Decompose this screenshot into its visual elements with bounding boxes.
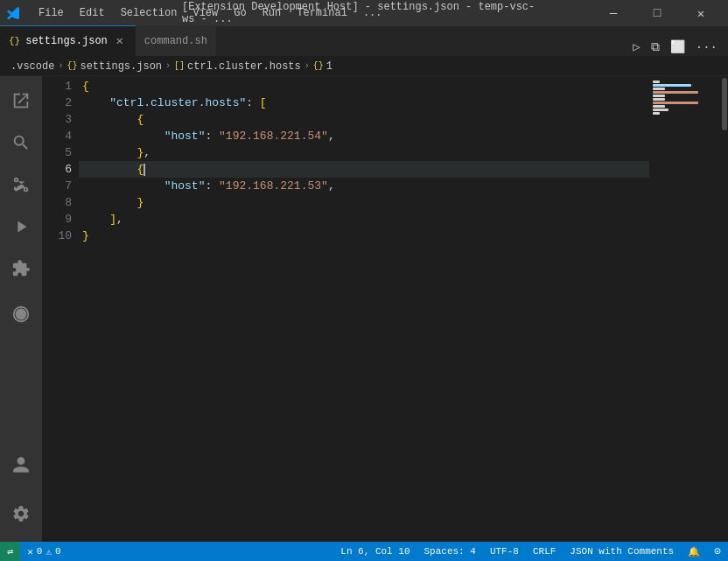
- status-spaces[interactable]: Spaces: 4: [417, 542, 483, 561]
- line-numbers: 1 2 3 4 5 6 7 8 9 10: [42, 76, 79, 542]
- line-num-2: 2: [42, 95, 72, 111]
- status-line-col[interactable]: Ln 6, Col 10: [333, 542, 416, 561]
- activity-run[interactable]: [0, 206, 42, 248]
- close-button[interactable]: ✕: [681, 0, 721, 26]
- notifications-icon: ⊙: [714, 544, 721, 558]
- minimap-line: [653, 91, 698, 94]
- minimap-line: [653, 98, 665, 101]
- code-content[interactable]: { "ctrl.cluster.hosts": [ { "host": "192…: [79, 76, 649, 542]
- tab-bar-actions: ▷ ⧉ ⬜ ···: [629, 38, 728, 56]
- activity-remote[interactable]: [0, 293, 42, 335]
- breadcrumb-settings-label: settings.json: [80, 60, 162, 73]
- breadcrumb-vscode-label: .vscode: [10, 60, 54, 73]
- minimap-line: [653, 105, 665, 108]
- minimize-button[interactable]: —: [593, 0, 634, 26]
- error-count: 0: [37, 546, 43, 557]
- run-icon[interactable]: ▷: [629, 38, 643, 56]
- tab-icon: {}: [9, 36, 20, 46]
- status-right: Ln 6, Col 10 Spaces: 4 UTF-8 CRLF JSON w…: [333, 542, 728, 561]
- title-bar: File Edit Selection View Go Run Terminal…: [0, 0, 728, 26]
- breadcrumb-hosts-label: ctrl.cluster.hosts: [187, 60, 301, 73]
- line-num-10: 10: [42, 228, 72, 244]
- text-cursor: [144, 164, 145, 176]
- minimap-line: [653, 81, 660, 83]
- window-title: [Extension Development Host] - settings.…: [182, 1, 546, 25]
- minimap-line: [653, 112, 660, 115]
- minimap: [649, 76, 721, 542]
- activity-settings[interactable]: [0, 493, 42, 535]
- menu-edit[interactable]: Edit: [73, 5, 112, 21]
- maximize-button[interactable]: □: [637, 0, 677, 26]
- toggle-panel-icon[interactable]: ⬜: [667, 38, 689, 56]
- tab-close-icon[interactable]: ✕: [113, 34, 127, 48]
- menu-selection[interactable]: Selection: [114, 5, 185, 21]
- activity-accounts[interactable]: [0, 444, 42, 486]
- status-line-ending[interactable]: CRLF: [526, 542, 563, 561]
- warning-icon: ⚠: [46, 546, 52, 557]
- code-line-1: {: [79, 78, 649, 95]
- breadcrumb-sep-3: ›: [304, 61, 310, 71]
- menu-file[interactable]: File: [32, 5, 71, 21]
- breadcrumb-index-label: 1: [326, 60, 332, 73]
- line-col-label: Ln 6, Col 10: [340, 546, 410, 557]
- minimap-line: [653, 84, 691, 87]
- code-line-7: "host": "192.168.221.53",: [79, 178, 649, 194]
- line-num-9: 9: [42, 211, 72, 228]
- vscode-logo-icon: [7, 6, 21, 20]
- minimap-line: [653, 102, 698, 104]
- editor[interactable]: 1 2 3 4 5 6 7 8 9 10 { "ctrl.cluster.h: [42, 76, 728, 542]
- tab-settings-json[interactable]: {} settings.json ✕: [0, 25, 136, 56]
- breadcrumb-hosts[interactable]: [] ctrl.cluster.hosts: [174, 60, 301, 73]
- spaces-label: Spaces: 4: [424, 546, 476, 557]
- breadcrumb-sep-2: ›: [165, 61, 171, 71]
- line-ending-label: CRLF: [533, 546, 556, 557]
- language-label: JSON with Comments: [570, 546, 674, 557]
- activity-explorer[interactable]: [0, 80, 42, 122]
- main-area: 1 2 3 4 5 6 7 8 9 10 { "ctrl.cluster.h: [0, 76, 728, 542]
- status-language[interactable]: JSON with Comments: [563, 542, 681, 561]
- breadcrumb-settings[interactable]: {} settings.json: [66, 60, 162, 73]
- tab-label: command.sh: [144, 35, 207, 47]
- line-num-1: 1: [42, 78, 72, 95]
- status-encoding[interactable]: UTF-8: [483, 542, 526, 561]
- warning-count: 0: [55, 546, 61, 557]
- code-line-5: },: [79, 144, 649, 161]
- code-line-4: "host": "192.168.221.54",: [79, 128, 649, 144]
- scrollbar-thumb[interactable]: [722, 78, 727, 130]
- line-num-3: 3: [42, 111, 72, 128]
- minimap-line: [653, 88, 665, 90]
- line-num-5: 5: [42, 144, 72, 161]
- code-line-10: }: [79, 228, 649, 244]
- tab-command-sh[interactable]: command.sh: [136, 25, 216, 56]
- more-actions-icon[interactable]: ···: [692, 39, 721, 56]
- breadcrumb-sep-1: ›: [58, 61, 63, 71]
- status-remote[interactable]: ⇌: [0, 542, 20, 561]
- code-line-8: }: [79, 194, 649, 211]
- status-errors[interactable]: ✕ 0 ⚠ 0: [20, 542, 67, 561]
- status-feedback[interactable]: 🔔: [681, 542, 707, 561]
- status-left: ⇌ ✕ 0 ⚠ 0: [0, 542, 68, 561]
- status-bar: ⇌ ✕ 0 ⚠ 0 Ln 6, Col 10 Spaces: 4 UTF-8 C…: [0, 542, 728, 561]
- code-area: 1 2 3 4 5 6 7 8 9 10 { "ctrl.cluster.h: [42, 76, 728, 542]
- breadcrumb-index[interactable]: {} 1: [313, 60, 332, 73]
- breadcrumb-hosts-icon: []: [174, 61, 185, 71]
- breadcrumb: .vscode › {} settings.json › [] ctrl.clu…: [0, 57, 728, 76]
- line-num-6: 6: [42, 161, 72, 178]
- code-line-6: {: [79, 161, 649, 178]
- breadcrumb-vscode[interactable]: .vscode: [10, 60, 54, 73]
- activity-search[interactable]: [0, 122, 42, 164]
- activity-extensions[interactable]: [0, 248, 42, 290]
- activity-source-control[interactable]: [0, 164, 42, 206]
- title-bar-right: — □ ✕: [593, 0, 721, 26]
- split-editor-icon[interactable]: ⧉: [648, 39, 663, 56]
- line-num-4: 4: [42, 128, 72, 144]
- error-icon: ✕: [27, 546, 33, 557]
- code-line-9: ],: [79, 211, 649, 228]
- vertical-scrollbar[interactable]: [721, 76, 728, 542]
- line-num-8: 8: [42, 194, 72, 211]
- tab-bar: {} settings.json ✕ command.sh ▷ ⧉ ⬜ ···: [0, 26, 728, 57]
- code-line-2: "ctrl.cluster.hosts": [: [79, 95, 649, 111]
- code-line-3: {: [79, 111, 649, 128]
- status-notifications[interactable]: ⊙: [707, 542, 728, 561]
- minimap-line: [653, 109, 668, 111]
